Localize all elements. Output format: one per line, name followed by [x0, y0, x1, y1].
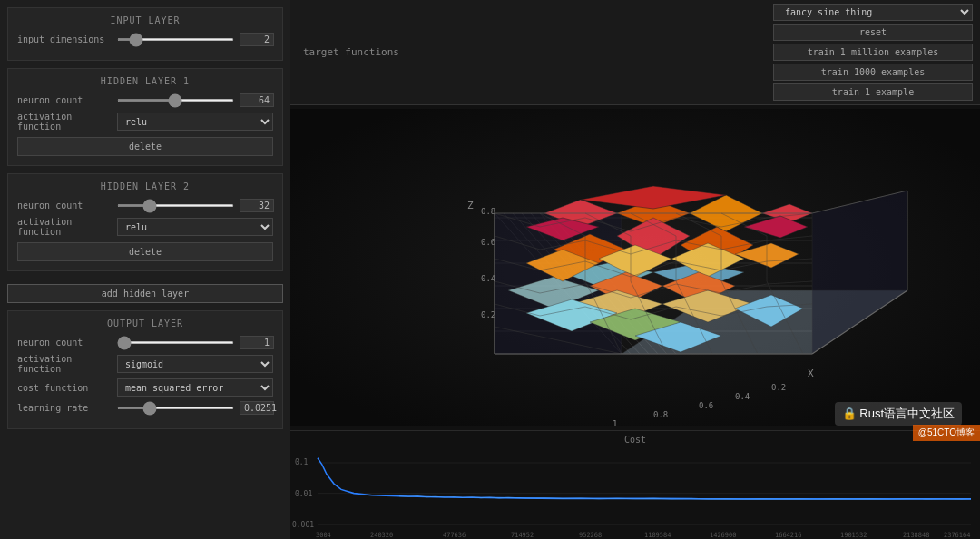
hidden-layer-2-title: HIDDEN LAYER 2: [17, 181, 273, 191]
svg-text:952268: 952268: [579, 531, 602, 539]
output-lr-label: learning rate: [17, 403, 117, 413]
right-controls: fancy sine thing xor circle spiral reset…: [773, 4, 973, 101]
output-cost-select[interactable]: mean squared error cross entropy: [117, 378, 273, 397]
svg-text:0.4: 0.4: [481, 274, 495, 283]
input-layer-title: INPUT LAYER: [17, 15, 273, 25]
output-lr-value: 0.0251: [240, 401, 274, 415]
train-one-button[interactable]: train 1 example: [773, 83, 973, 101]
output-layer-title: OUTPUT LAYER: [17, 318, 273, 328]
viz-area: Z 0.8 0.6 0.4 0.2 X 0.2 0.4 0.6 0.8 1: [290, 105, 980, 430]
svg-text:2376164: 2376164: [944, 531, 970, 539]
svg-text:0.001: 0.001: [292, 520, 314, 529]
target-function-select[interactable]: fancy sine thing xor circle spiral: [773, 4, 973, 21]
hl2-activation-select[interactable]: relu sigmoid tanh linear: [117, 218, 273, 236]
svg-text:0.01: 0.01: [295, 489, 312, 498]
svg-text:2138848: 2138848: [903, 531, 929, 539]
svg-text:0.4: 0.4: [735, 392, 750, 401]
svg-text:1901532: 1901532: [840, 531, 867, 539]
hidden-layer-1-section: HIDDEN LAYER 1 neuron count 64 activatio…: [7, 68, 283, 166]
input-layer-section: INPUT LAYER input dimensions 2: [7, 7, 283, 61]
output-lr-row: learning rate 0.0251: [17, 401, 273, 415]
output-layer-section: OUTPUT LAYER neuron count 1 activation f…: [7, 310, 283, 429]
input-dimensions-value: 2: [240, 33, 274, 46]
hl1-neuron-count-row: neuron count 64: [17, 93, 273, 107]
hl2-neuron-count-label: neuron count: [17, 201, 117, 211]
output-neuron-count-slider-container: 1: [117, 336, 274, 349]
reset-button[interactable]: reset: [773, 24, 973, 41]
output-neuron-count-row: neuron count 1: [17, 336, 273, 349]
target-functions-label: target functions: [298, 4, 405, 101]
svg-text:1426900: 1426900: [710, 531, 736, 539]
output-activation-row: activation function sigmoid relu tanh li…: [17, 354, 273, 374]
output-neuron-count-slider[interactable]: [117, 341, 234, 344]
right-panel: target functions fancy sine thing xor ci…: [290, 0, 980, 539]
cost-chart-label: Cost: [624, 435, 646, 445]
hl1-activation-label: activation function: [17, 112, 117, 132]
left-panel: INPUT LAYER input dimensions 2 HIDDEN LA…: [0, 0, 290, 539]
svg-text:0.8: 0.8: [653, 410, 668, 419]
svg-text:240320: 240320: [370, 531, 393, 539]
svg-text:Z: Z: [467, 200, 474, 211]
svg-text:0.2: 0.2: [481, 310, 495, 319]
hl1-neuron-count-label: neuron count: [17, 95, 117, 105]
cost-curve-smooth: [318, 458, 971, 499]
hl1-delete-button[interactable]: delete: [17, 137, 273, 156]
hl1-neuron-count-slider-container: 64: [117, 93, 274, 107]
hl2-delete-button[interactable]: delete: [17, 242, 273, 261]
svg-text:1189584: 1189584: [644, 531, 671, 539]
hl2-neuron-count-value: 32: [240, 199, 274, 212]
input-dimensions-slider[interactable]: [117, 38, 234, 41]
svg-text:714952: 714952: [511, 531, 534, 539]
hl2-neuron-count-slider[interactable]: [117, 204, 234, 207]
hl2-neuron-count-slider-container: 32: [117, 199, 274, 212]
output-cost-row: cost function mean squared error cross e…: [17, 378, 273, 397]
output-neuron-count-label: neuron count: [17, 338, 117, 348]
hl1-activation-row: activation function relu sigmoid tanh li…: [17, 112, 273, 132]
hidden-layer-1-title: HIDDEN LAYER 1: [17, 76, 273, 86]
svg-text:0.2: 0.2: [771, 383, 786, 392]
cost-chart-svg: 0.1 0.01 0.001 3004 240320 477636 714952…: [290, 431, 980, 539]
output-cost-label: cost function: [17, 383, 117, 393]
svg-text:1664216: 1664216: [775, 531, 801, 539]
train-thousand-button[interactable]: train 1000 examples: [773, 64, 973, 81]
svg-text:0.8: 0.8: [481, 207, 495, 216]
hl2-activation-label: activation function: [17, 217, 117, 237]
add-hidden-layer-button[interactable]: add hidden layer: [7, 284, 283, 303]
train-million-button[interactable]: train 1 million examples: [773, 44, 973, 61]
hidden-layer-2-section: HIDDEN LAYER 2 neuron count 32 activatio…: [7, 173, 283, 271]
hl1-neuron-count-value: 64: [240, 93, 274, 107]
svg-text:0.6: 0.6: [699, 401, 713, 410]
svg-text:0.1: 0.1: [295, 457, 308, 466]
hl1-activation-select[interactable]: relu sigmoid tanh linear: [117, 113, 273, 131]
output-activation-label: activation function: [17, 354, 117, 374]
output-activation-select[interactable]: sigmoid relu tanh linear: [117, 355, 273, 373]
output-lr-slider[interactable]: [117, 407, 234, 409]
svg-text:477636: 477636: [443, 531, 466, 539]
top-controls: target functions fancy sine thing xor ci…: [290, 0, 980, 105]
hl2-activation-row: activation function relu sigmoid tanh li…: [17, 217, 273, 237]
input-dimensions-row: input dimensions 2: [17, 33, 273, 46]
cost-curve-noisy: [399, 496, 971, 500]
svg-text:0.6: 0.6: [481, 238, 495, 247]
svg-text:1: 1: [612, 419, 617, 428]
hl2-neuron-count-row: neuron count 32: [17, 199, 273, 212]
input-dimensions-label: input dimensions: [17, 34, 117, 44]
svg-text:X: X: [808, 368, 814, 379]
3d-surface-viz: Z 0.8 0.6 0.4 0.2 X 0.2 0.4 0.6 0.8 1: [290, 105, 980, 430]
svg-text:3004: 3004: [316, 531, 331, 539]
input-dimensions-slider-container: 2: [117, 33, 274, 46]
output-neuron-count-value: 1: [240, 336, 274, 349]
hl1-neuron-count-slider[interactable]: [117, 99, 234, 102]
cost-chart: Cost 0.1 0.01 0.001 3004 240320 477636 7…: [290, 430, 980, 539]
output-lr-slider-container: 0.0251: [117, 401, 274, 415]
